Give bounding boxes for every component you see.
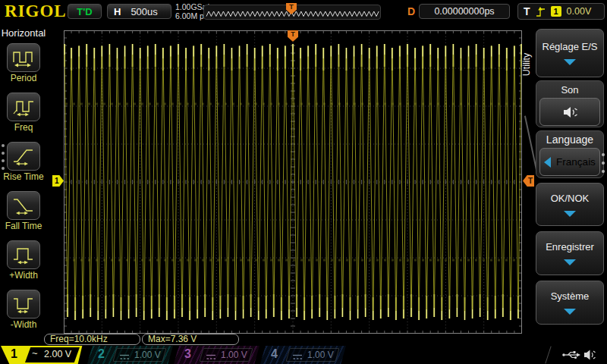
status-divider xyxy=(545,346,551,363)
measure-rise-time-button[interactable] xyxy=(7,142,40,171)
channel-4-coupling-dc-icon xyxy=(292,350,303,364)
measurement-freq-readout: Freq=10.0kHz xyxy=(44,334,140,345)
rise-time-icon xyxy=(11,146,36,167)
measure-fall-time-label: Fall Time xyxy=(0,221,47,231)
right-scroll-dot xyxy=(602,153,605,156)
ok-nok-label: OK/NOK xyxy=(551,193,590,204)
measure-plus-width-button[interactable] xyxy=(7,240,40,269)
delay-value-field[interactable]: 0.00000000ps xyxy=(419,4,510,19)
measure-period-button[interactable] xyxy=(7,43,40,72)
channel-4-scale: 1.00 V xyxy=(307,350,334,360)
left-scroll-dot xyxy=(2,167,5,170)
channel-1-number: 1 xyxy=(11,347,17,361)
ok-nok-button[interactable]: OK/NOK xyxy=(536,183,604,226)
measure-freq-button[interactable] xyxy=(7,93,40,121)
chevron-down-icon xyxy=(564,309,576,315)
rigol-logo: RIGOL xyxy=(5,2,67,21)
channel-3-status[interactable]: 3 1.00 V xyxy=(174,346,259,364)
left-scroll-dot xyxy=(2,152,5,155)
measure-period-label: Period xyxy=(0,73,47,83)
measure-rise-time-label: Rise Time xyxy=(0,171,47,182)
measure-menu-title: Horizontal xyxy=(0,27,47,39)
channel-3-coupling-dc-icon xyxy=(206,350,216,364)
channel-2-coupling-dc-icon xyxy=(119,350,130,364)
plus-width-icon xyxy=(11,244,36,265)
waveform-display xyxy=(64,30,522,334)
channel-2-number: 2 xyxy=(98,347,105,361)
sound-toggle-button[interactable] xyxy=(539,98,600,126)
speaker-icon xyxy=(583,349,596,364)
system-button[interactable]: Système xyxy=(536,281,604,325)
channel-1-status[interactable]: 1 ~ 2.00 V xyxy=(1,346,86,364)
oscilloscope-screen: RIGOL T'D H 500us 1.00GSa/s 6.00M pts T … xyxy=(0,0,607,364)
record-label: Enregistrer xyxy=(546,241,594,253)
usb-icon xyxy=(561,350,581,363)
trigger-slope-rising-icon xyxy=(536,6,546,17)
channel-4-status[interactable]: 4 1.00 V xyxy=(260,346,346,364)
delay-label: D xyxy=(407,5,415,17)
language-value: Français xyxy=(556,156,596,168)
timebase-field[interactable]: H 500us xyxy=(107,4,171,19)
chevron-down-icon xyxy=(564,59,576,65)
channel-1-offset-marker[interactable]: 1 xyxy=(52,175,64,187)
io-setup-button[interactable]: Réglage E/S xyxy=(536,29,604,77)
timebase-value: 500us xyxy=(131,6,157,17)
channel-2-scale: 1.00 V xyxy=(134,350,161,360)
channel-4-number: 4 xyxy=(271,347,278,361)
language-selector[interactable]: Français xyxy=(539,148,600,176)
channel-3-number: 3 xyxy=(184,347,191,361)
record-button[interactable]: Enregistrer xyxy=(536,231,604,275)
trigger-level-marker[interactable]: T xyxy=(523,175,534,187)
chevron-down-icon xyxy=(564,259,576,265)
measure-minus-width-label: -Width xyxy=(0,319,47,330)
channel-status-bar: 1 ~ 2.00 V 2 1.00 V 3 1.00 V 4 xyxy=(0,346,607,364)
speaker-muted-icon xyxy=(561,105,578,119)
measure-minus-width-button[interactable] xyxy=(7,290,40,318)
chevron-left-icon xyxy=(544,157,551,168)
measure-plus-width-label: +Width xyxy=(0,270,47,281)
channel-1-scale: 2.00 V xyxy=(44,349,71,359)
measurement-max-readout: Max=7.36 V xyxy=(142,334,239,345)
period-icon xyxy=(11,47,36,68)
freq-icon xyxy=(11,96,36,118)
chevron-down-icon xyxy=(564,211,576,217)
utility-menu-tab: Utility xyxy=(521,38,532,91)
io-setup-label: Réglage E/S xyxy=(543,41,598,52)
trigger-source-badge: 1 xyxy=(551,6,561,17)
trigger-status-badge: T'D xyxy=(68,4,102,19)
sound-label: Son xyxy=(536,83,603,97)
minus-width-icon xyxy=(11,293,36,315)
right-scroll-dot xyxy=(602,162,605,165)
measure-freq-label: Freq xyxy=(0,122,47,133)
trigger-level-value: 0.00V xyxy=(567,6,592,17)
measure-fall-time-button[interactable] xyxy=(7,191,40,220)
trigger-label: T xyxy=(524,5,530,17)
left-scroll-dot xyxy=(2,159,5,162)
fall-time-icon xyxy=(11,195,36,216)
sound-group: Son xyxy=(536,80,604,127)
right-scroll-dot xyxy=(602,170,605,173)
channel-2-status[interactable]: 2 1.00 V xyxy=(87,346,173,364)
trigger-info-field[interactable]: T 1 0.00V xyxy=(517,3,605,20)
channel-1-coupling-ac-icon: ~ xyxy=(32,347,38,359)
language-label: Language xyxy=(536,133,603,147)
left-scroll-dot xyxy=(2,144,5,147)
timebase-label: H xyxy=(114,6,121,17)
system-label: Système xyxy=(551,290,590,302)
channel-3-scale: 1.00 V xyxy=(221,350,247,360)
language-group: Language Français xyxy=(536,130,604,178)
